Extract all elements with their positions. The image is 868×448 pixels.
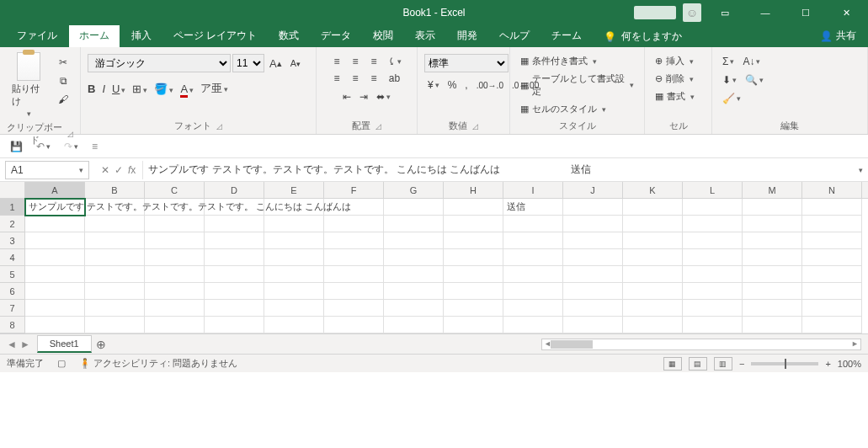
cell[interactable] [623,300,683,317]
fx-button[interactable]: fx [128,164,136,176]
user-avatar-icon[interactable]: ☺ [683,3,701,22]
tab-file[interactable]: ファイル [7,24,67,47]
cell[interactable] [384,216,444,232]
dialog-launcher-icon[interactable]: ◿ [216,122,222,131]
cell[interactable] [145,249,205,266]
font-size-select[interactable]: 11 [232,54,264,72]
cell[interactable] [205,300,264,317]
cell[interactable] [205,232,264,249]
tell-me-search[interactable]: 💡 何をしますか [604,29,682,47]
row-header[interactable]: 6 [0,283,24,300]
cell[interactable] [444,266,503,283]
column-header[interactable]: I [503,182,563,198]
macro-record-icon[interactable]: ▢ [57,358,66,369]
cell[interactable] [25,317,85,333]
font-color-button[interactable]: A▾ [180,83,194,95]
row-header[interactable]: 5 [0,266,24,283]
ribbon-options-icon[interactable]: ▭ [708,0,742,25]
cell[interactable] [264,283,324,300]
column-header[interactable]: D [205,182,264,198]
name-box[interactable]: A1 ▾ [5,161,89,179]
cell[interactable] [683,199,743,216]
sheet-nav-prev-button[interactable]: ◄ [7,339,17,350]
column-header[interactable]: F [324,182,384,198]
tab-help[interactable]: ヘルプ [489,24,540,47]
cell[interactable] [563,283,623,300]
cell[interactable] [623,283,683,300]
italic-button[interactable]: I [102,83,105,95]
cell[interactable] [85,300,145,317]
redo-button[interactable]: ↷▾ [61,139,82,154]
cell[interactable] [264,232,324,249]
cell[interactable] [683,232,743,249]
cell[interactable] [85,317,145,333]
cell[interactable] [503,249,563,266]
cell[interactable] [25,216,85,232]
close-button[interactable]: ✕ [829,0,863,25]
font-name-select[interactable]: 游ゴシック [88,54,231,72]
align-top-button[interactable]: ≡ [328,54,345,69]
user-name[interactable] [634,6,676,19]
cell[interactable] [623,216,683,232]
minimize-button[interactable]: — [748,0,782,25]
clear-button[interactable]: 🧹▾ [719,91,744,106]
cell[interactable] [145,232,205,249]
cell[interactable] [444,317,503,333]
scroll-right-icon[interactable]: ► [851,339,859,348]
cell[interactable] [563,216,623,232]
tab-home[interactable]: ホーム [69,24,120,47]
align-right-button[interactable]: ≡ [365,71,382,86]
select-all-button[interactable] [0,182,25,198]
cell[interactable] [743,216,802,232]
scrollbar-thumb[interactable] [551,340,593,349]
sort-filter-button[interactable]: A↓▾ [739,54,764,69]
column-header[interactable]: H [444,182,503,198]
zoom-out-button[interactable]: − [739,359,744,369]
cell[interactable] [384,283,444,300]
cell[interactable] [85,266,145,283]
cell[interactable] [503,266,563,283]
horizontal-scrollbar[interactable]: ◄ ► [541,339,861,350]
row-header[interactable]: 8 [0,317,24,333]
column-header[interactable]: G [384,182,444,198]
column-header[interactable]: J [563,182,623,198]
increase-font-button[interactable]: A▴ [266,56,285,72]
fill-color-button[interactable]: 🪣▾ [154,83,173,95]
wrap-text-button[interactable]: ab [384,71,405,86]
expand-formula-icon[interactable]: ▾ [859,166,863,174]
underline-button[interactable]: U▾ [112,83,125,95]
cell[interactable] [25,232,85,249]
column-header[interactable]: L [683,182,743,198]
cell[interactable] [324,266,384,283]
cell[interactable]: 送信 [503,199,563,216]
cell[interactable] [802,232,862,249]
cell[interactable] [802,216,862,232]
align-middle-button[interactable]: ≡ [347,54,364,69]
tab-page-layout[interactable]: ページ レイアウト [163,24,267,47]
cell[interactable] [205,266,264,283]
tab-review[interactable]: 校閲 [363,24,403,47]
cell[interactable] [25,283,85,300]
format-as-table-button[interactable]: ▦テーブルとして書式設定▾ [517,72,637,99]
maximize-button[interactable]: ☐ [789,0,823,25]
cell[interactable] [743,266,802,283]
align-bottom-button[interactable]: ≡ [365,54,382,69]
cell[interactable] [205,216,264,232]
cell[interactable] [563,199,623,216]
column-header[interactable]: M [743,182,802,198]
row-header[interactable]: 7 [0,300,24,317]
conditional-format-button[interactable]: ▦条件付き書式▾ [517,54,637,68]
cut-button[interactable]: ✂ [53,54,73,71]
cell[interactable] [503,283,563,300]
decrease-indent-button[interactable]: ⇤ [339,89,354,104]
cell[interactable] [264,216,324,232]
format-painter-button[interactable]: 🖌 [53,91,73,108]
chevron-down-icon[interactable]: ▾ [79,166,83,174]
cell[interactable] [444,216,503,232]
row-header[interactable]: 3 [0,232,24,249]
accessibility-status[interactable]: 🧍 アクセシビリティ: 問題ありません [79,357,237,370]
cell[interactable] [623,266,683,283]
cell[interactable] [145,283,205,300]
cell[interactable] [623,249,683,266]
cell[interactable] [384,300,444,317]
